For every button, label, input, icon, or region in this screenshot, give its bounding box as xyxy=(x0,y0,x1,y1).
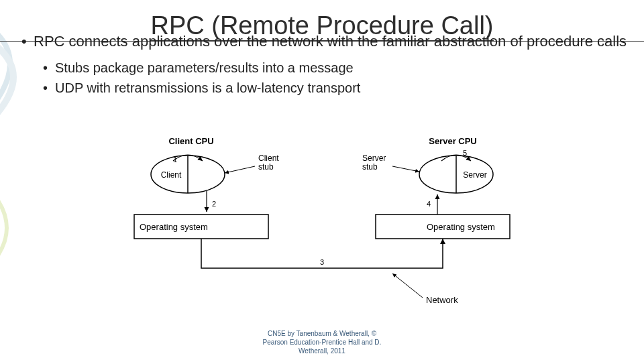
bullet-sub-1: Stubs package parameters/results into a … xyxy=(20,58,631,77)
slide-content: RPC connects applications over the netwo… xyxy=(20,32,631,99)
svg-line-2 xyxy=(225,166,255,173)
label-1: 1 xyxy=(173,156,177,164)
credit-text: CN5E by Tanenbaum & Wetherall, © Pearson… xyxy=(0,329,644,355)
label-4: 4 xyxy=(427,200,431,208)
label-server-cpu: Server CPU xyxy=(429,136,477,146)
svg-line-5 xyxy=(392,166,419,172)
label-network: Network xyxy=(426,295,458,305)
label-3: 3 xyxy=(320,258,324,266)
label-server-stub: Server stub xyxy=(362,154,388,172)
svg-marker-10 xyxy=(440,239,445,244)
label-server: Server xyxy=(463,170,486,180)
label-2: 2 xyxy=(212,200,216,208)
rpc-diagram: Client CPU Server CPU Client Client stub… xyxy=(121,134,523,322)
svg-line-11 xyxy=(392,274,423,298)
label-os-right: Operating system xyxy=(427,222,495,232)
bullet-main: RPC connects applications over the netwo… xyxy=(20,32,631,52)
label-os-left: Operating system xyxy=(140,222,208,232)
bullet-sub-2: UDP with retransmissions is a low-latenc… xyxy=(20,78,631,97)
label-5: 5 xyxy=(463,149,467,157)
label-client-cpu: Client CPU xyxy=(168,136,213,146)
label-client-stub: Client stub xyxy=(258,154,281,172)
label-client: Client xyxy=(161,170,182,180)
